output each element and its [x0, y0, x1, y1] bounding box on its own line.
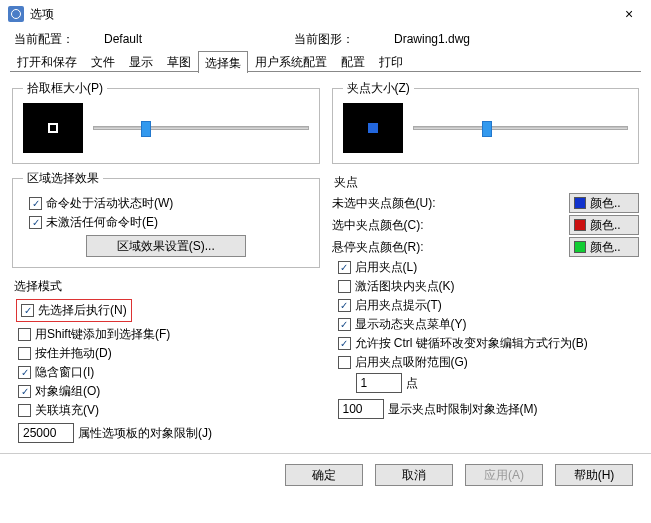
- grip-unselected-label: 未选中夹点颜色(U):: [332, 195, 436, 212]
- region-effect-group: 区域选择效果 命令处于活动状态时(W) 未激活任何命令时(E) 区域效果设置(S…: [12, 170, 320, 268]
- chk-hold-drag-label: 按住并拖动(D): [35, 345, 112, 362]
- chk-shift-add-label: 用Shift键添加到选择集(F): [35, 326, 170, 343]
- chk-grips-in-blocks-label: 激活图块内夹点(K): [355, 278, 455, 295]
- close-icon[interactable]: ×: [615, 6, 643, 22]
- chk-shift-add[interactable]: [18, 328, 31, 341]
- grip-range-input[interactable]: [356, 373, 402, 393]
- chk-grip-tips-label: 启用夹点提示(T): [355, 297, 442, 314]
- tab-print[interactable]: 打印: [372, 50, 410, 72]
- chk-enable-grips[interactable]: [338, 261, 351, 274]
- select-mode-legend: 选择模式: [12, 278, 320, 295]
- swatch-selected: [574, 219, 586, 231]
- swatch-unselected: [574, 197, 586, 209]
- palette-limit-input[interactable]: [18, 423, 74, 443]
- help-button[interactable]: 帮助(H): [555, 464, 633, 486]
- chk-dyn-grip-menu[interactable]: [338, 318, 351, 331]
- tab-file[interactable]: 文件: [84, 50, 122, 72]
- gripsize-legend: 夹点大小(Z): [343, 80, 414, 97]
- grip-range-unit: 点: [406, 375, 418, 392]
- tab-profiles[interactable]: 配置: [334, 50, 372, 72]
- tab-display[interactable]: 显示: [122, 50, 160, 72]
- chk-dyn-grip-menu-label: 显示动态夹点菜单(Y): [355, 316, 467, 333]
- pickbox-slider[interactable]: [93, 126, 309, 130]
- current-config-value: Default: [104, 32, 294, 46]
- chk-grips-in-blocks[interactable]: [338, 280, 351, 293]
- grip-preview: [343, 103, 403, 153]
- chk-enable-grips-label: 启用夹点(L): [355, 259, 418, 276]
- cancel-button[interactable]: 取消: [375, 464, 453, 486]
- chk-region-inactive-label: 未激活任何命令时(E): [46, 214, 158, 231]
- pickbox-preview: [23, 103, 83, 153]
- chk-region-active[interactable]: [29, 197, 42, 210]
- grip-limit-label: 显示夹点时限制对象选择(M): [388, 401, 538, 418]
- ok-button[interactable]: 确定: [285, 464, 363, 486]
- chk-pre-select-label: 先选择后执行(N): [38, 302, 127, 319]
- pickbox-size-group: 拾取框大小(P): [12, 80, 320, 164]
- chk-region-inactive[interactable]: [29, 216, 42, 229]
- chk-ctrl-cycle[interactable]: [338, 337, 351, 350]
- pickbox-size-legend: 拾取框大小(P): [23, 80, 107, 97]
- grip-unselected-color-button[interactable]: 颜色..: [569, 193, 639, 213]
- palette-limit-label: 属性选项板的对象限制(J): [78, 425, 212, 442]
- grip-hover-color-button[interactable]: 颜色..: [569, 237, 639, 257]
- chk-implied-window[interactable]: [18, 366, 31, 379]
- current-drawing-value: Drawing1.dwg: [394, 32, 470, 46]
- tab-user-pref[interactable]: 用户系统配置: [248, 50, 334, 72]
- chk-assoc-hatch[interactable]: [18, 404, 31, 417]
- swatch-hover: [574, 241, 586, 253]
- tabstrip: 打开和保存 文件 显示 草图 选择集 用户系统配置 配置 打印: [10, 50, 641, 72]
- tab-sketch[interactable]: 草图: [160, 50, 198, 72]
- grip-section-title: 夹点: [332, 174, 640, 191]
- tab-open-save[interactable]: 打开和保存: [10, 50, 84, 72]
- grip-limit-input[interactable]: [338, 399, 384, 419]
- chk-grip-snap-range-label: 启用夹点吸附范围(G): [355, 354, 468, 371]
- chk-object-group-label: 对象编组(O): [35, 383, 100, 400]
- window-title: 选项: [30, 6, 615, 23]
- chk-object-group[interactable]: [18, 385, 31, 398]
- chk-region-active-label: 命令处于活动状态时(W): [46, 195, 173, 212]
- chk-pre-select[interactable]: [21, 304, 34, 317]
- grip-section: 夹点 未选中夹点颜色(U): 颜色.. 选中夹点颜色(C): 颜色.. 悬停夹点…: [332, 170, 640, 421]
- current-config-label: 当前配置：: [14, 31, 104, 48]
- gripsize-group: 夹点大小(Z): [332, 80, 640, 164]
- region-effect-legend: 区域选择效果: [23, 170, 103, 187]
- region-effect-settings-button[interactable]: 区域效果设置(S)...: [86, 235, 246, 257]
- chk-implied-window-label: 隐含窗口(I): [35, 364, 94, 381]
- tab-selection[interactable]: 选择集: [198, 51, 248, 73]
- chk-grip-tips[interactable]: [338, 299, 351, 312]
- current-drawing-label: 当前图形：: [294, 31, 394, 48]
- chk-hold-drag[interactable]: [18, 347, 31, 360]
- grip-selected-color-button[interactable]: 颜色..: [569, 215, 639, 235]
- apply-button[interactable]: 应用(A): [465, 464, 543, 486]
- chk-grip-snap-range[interactable]: [338, 356, 351, 369]
- chk-ctrl-cycle-label: 允许按 Ctrl 键循环改变对象编辑方式行为(B): [355, 335, 588, 352]
- chk-assoc-hatch-label: 关联填充(V): [35, 402, 99, 419]
- grip-hover-label: 悬停夹点颜色(R):: [332, 239, 424, 256]
- select-mode-group: 选择模式 先选择后执行(N) 用Shift键添加到选择集(F) 按住并拖动(D)…: [12, 274, 320, 445]
- grip-slider[interactable]: [413, 126, 629, 130]
- grip-selected-label: 选中夹点颜色(C):: [332, 217, 424, 234]
- app-icon: [8, 6, 24, 22]
